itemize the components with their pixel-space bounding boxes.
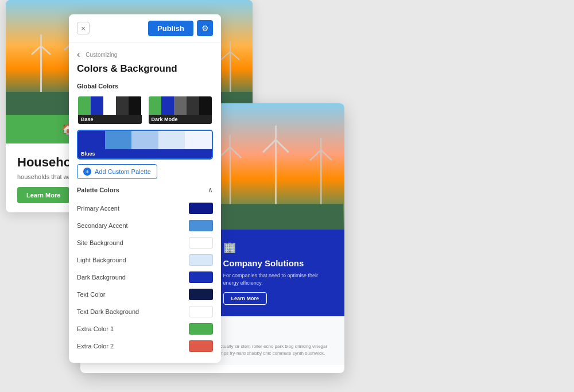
color-row-text-dark-background: Text Dark Background xyxy=(77,303,213,320)
publish-button[interactable]: Publish xyxy=(148,21,193,36)
svg-rect-42 xyxy=(275,140,277,204)
collapse-icon[interactable]: ∧ xyxy=(208,186,213,194)
swatch xyxy=(129,96,141,115)
add-custom-palette-button[interactable]: + Add Custom Palette xyxy=(77,164,157,179)
swatch xyxy=(158,131,185,149)
base-swatches xyxy=(78,96,142,115)
svg-rect-38 xyxy=(230,147,231,204)
customizer-body: Global Colors Base xyxy=(69,83,221,363)
back-learn-more-btn[interactable]: Learn More xyxy=(17,187,69,203)
dark-swatches xyxy=(149,96,212,115)
text-dark-background-swatch[interactable] xyxy=(189,306,213,317)
text-color-label: Text Color xyxy=(77,291,106,298)
swatch xyxy=(116,96,129,115)
extra-color-1-swatch[interactable] xyxy=(189,323,213,335)
svg-rect-21 xyxy=(230,52,231,92)
panel-right-subtext: For companies that need to optimise thei… xyxy=(223,272,335,286)
breadcrumb: Customizing xyxy=(86,52,117,58)
swatch xyxy=(185,131,212,149)
svg-line-49 xyxy=(310,150,321,160)
header-actions: Publish ⚙ xyxy=(148,20,213,36)
color-row-primary-accent: Primary Accent xyxy=(77,200,213,217)
palette-blues[interactable]: Blues xyxy=(77,130,213,160)
swatch xyxy=(78,96,91,115)
color-row-dark-background: Dark Background xyxy=(77,269,213,286)
color-rows-container: Primary Accent Secondary Accent Site Bac… xyxy=(77,200,213,355)
svg-line-24 xyxy=(221,52,230,60)
customizer-header: × Publish ⚙ xyxy=(69,14,221,42)
back-button[interactable]: ‹ xyxy=(77,49,80,60)
primary-accent-swatch[interactable] xyxy=(189,203,213,214)
palette-colors-label: Palette Colors xyxy=(77,187,119,193)
panel-right-heading: Company Solutions xyxy=(223,258,335,269)
primary-accent-label: Primary Accent xyxy=(77,205,119,212)
site-background-swatch[interactable] xyxy=(189,237,213,249)
light-background-label: Light Background xyxy=(77,257,126,263)
color-row-extra-color-2: Extra Color 2 xyxy=(77,337,213,355)
panel-company: 🏢 Company Solutions For companies that n… xyxy=(213,230,345,316)
svg-line-45 xyxy=(263,140,276,153)
palette-grid-row2: Blues xyxy=(77,130,213,160)
palette-base-label: Base xyxy=(78,115,142,124)
swatch xyxy=(78,131,105,149)
panel-building-icon: 🏢 xyxy=(223,241,335,254)
customizer-panel: × Publish ⚙ ‹ Customizing Colors & Backg… xyxy=(69,14,221,363)
svg-line-44 xyxy=(276,140,288,153)
text-dark-background-label: Text Dark Background xyxy=(77,308,139,315)
swatch xyxy=(187,96,199,115)
swatch xyxy=(103,96,116,115)
palette-base[interactable]: Base xyxy=(77,95,143,125)
swatch xyxy=(105,131,132,149)
svg-line-40 xyxy=(230,147,242,158)
blues-swatches xyxy=(78,131,212,149)
svg-line-48 xyxy=(321,150,332,160)
dark-background-label: Dark Background xyxy=(77,274,126,281)
swatch xyxy=(161,96,174,115)
global-colors-label: Global Colors xyxy=(77,83,213,90)
gear-button[interactable]: ⚙ xyxy=(197,20,213,36)
dark-background-swatch[interactable] xyxy=(189,271,213,283)
gear-icon: ⚙ xyxy=(201,24,209,33)
extra-color-1-label: Extra Color 1 xyxy=(77,325,114,332)
svg-line-3 xyxy=(41,46,51,55)
svg-rect-46 xyxy=(320,150,321,204)
palette-grid-row1: Base Dark Mode xyxy=(77,95,213,125)
swatch xyxy=(91,96,103,115)
scene: 🏠 🏢 Household Solutions households that … xyxy=(0,0,574,392)
extra-color-2-swatch[interactable] xyxy=(189,340,213,352)
swatch xyxy=(149,96,161,115)
site-background-label: Site Background xyxy=(77,239,123,246)
add-custom-label: Add Custom Palette xyxy=(95,168,151,175)
swatch xyxy=(174,96,187,115)
add-icon: + xyxy=(83,168,91,176)
palette-dark-label: Dark Mode xyxy=(149,115,212,124)
svg-line-4 xyxy=(32,46,41,55)
secondary-accent-swatch[interactable] xyxy=(189,220,213,231)
palette-dark-mode[interactable]: Dark Mode xyxy=(148,95,214,125)
palette-blues-label: Blues xyxy=(78,149,212,158)
extra-color-2-label: Extra Color 2 xyxy=(77,343,114,350)
panel-title: Colors & Background xyxy=(69,63,221,80)
swatch xyxy=(199,96,212,115)
palette-colors-section-header: Palette Colors ∧ xyxy=(77,186,213,194)
swatch xyxy=(131,131,158,149)
svg-rect-1 xyxy=(40,46,42,92)
panel-right-btn[interactable]: Learn More xyxy=(223,292,267,305)
svg-line-23 xyxy=(230,52,239,60)
close-button[interactable]: × xyxy=(77,22,90,34)
color-row-light-background: Light Background xyxy=(77,251,213,269)
customizer-nav: ‹ Customizing xyxy=(69,42,221,63)
color-row-site-background: Site Background xyxy=(77,234,213,251)
text-color-swatch[interactable] xyxy=(189,289,213,300)
light-background-swatch[interactable] xyxy=(189,254,213,266)
color-row-text-color: Text Color xyxy=(77,286,213,303)
color-row-extra-color-1: Extra Color 1 xyxy=(77,320,213,337)
color-row-secondary-accent: Secondary Accent xyxy=(77,217,213,234)
secondary-accent-label: Secondary Accent xyxy=(77,222,128,229)
